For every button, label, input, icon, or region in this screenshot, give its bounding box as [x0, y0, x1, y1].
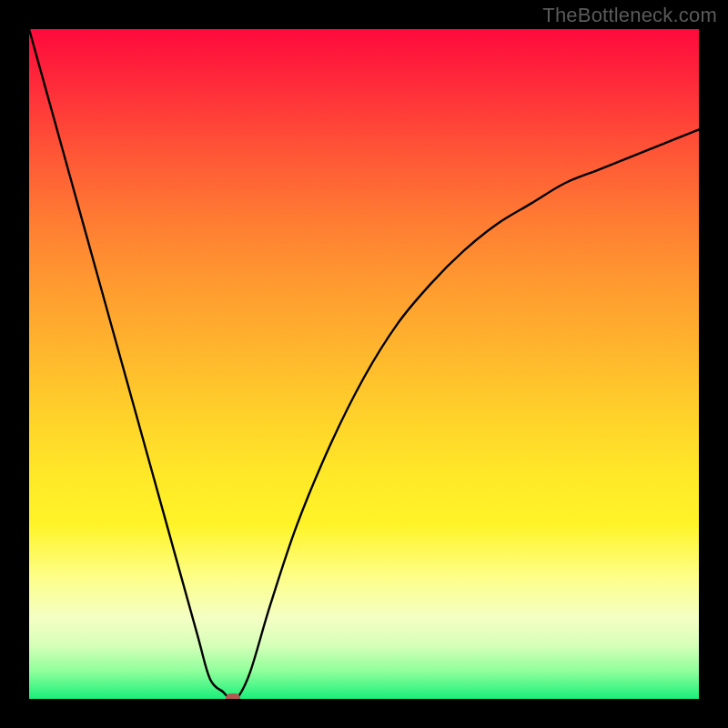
optimal-point-marker [226, 693, 240, 699]
chart-frame: TheBottleneck.com [0, 0, 728, 728]
bottleneck-curve [29, 29, 699, 699]
plot-area [29, 29, 699, 699]
watermark-text: TheBottleneck.com [542, 4, 717, 27]
